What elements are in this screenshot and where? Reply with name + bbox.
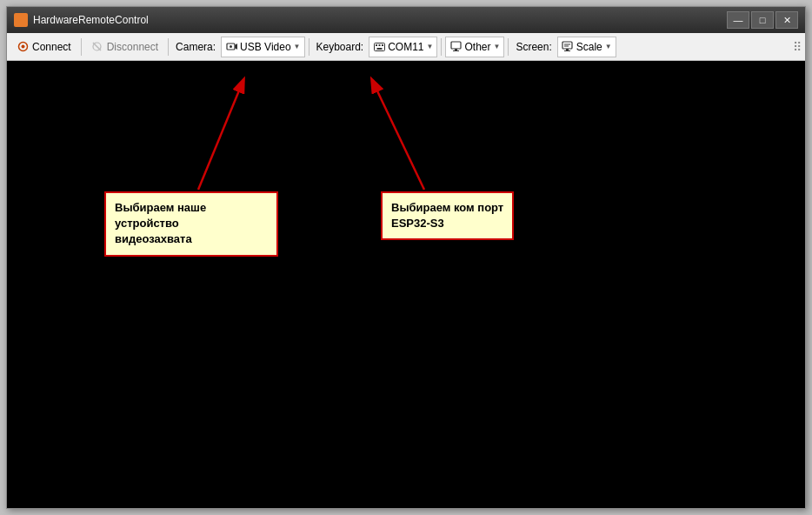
svg-rect-10: [382, 44, 383, 46]
keyboard-label: Keyboard:: [313, 41, 368, 53]
camera-icon: [225, 41, 237, 53]
annotation-2-line1: Выбираем ком порт: [391, 201, 503, 214]
sep-2: [168, 38, 169, 56]
annotation-2-line2: ESP32-S3: [391, 217, 444, 230]
arrows-overlay: [7, 61, 805, 508]
connect-label: Connect: [32, 41, 71, 53]
svg-line-22: [372, 80, 424, 190]
connect-icon: [17, 41, 29, 53]
disconnect-button[interactable]: Disconnect: [85, 37, 164, 57]
svg-rect-15: [562, 42, 572, 49]
sep-1: [81, 38, 82, 56]
scale-dropdown[interactable]: Scale ▼: [557, 37, 616, 57]
connect-button[interactable]: Connect: [10, 37, 77, 57]
svg-point-6: [230, 45, 232, 48]
camera-arrow: ▼: [294, 43, 301, 50]
annotation-1-line2: видеозахвата: [115, 232, 192, 245]
scale-icon: [562, 41, 574, 53]
keyboard-arrow: ▼: [427, 43, 434, 50]
svg-rect-12: [451, 42, 461, 49]
sep-5: [508, 38, 509, 56]
other-dropdown[interactable]: Other ▼: [445, 37, 504, 57]
keyboard-value: COM11: [388, 41, 423, 53]
toolbar: Connect Disconnect Camera:: [7, 33, 805, 61]
scale-value: Scale: [576, 41, 602, 53]
svg-line-21: [198, 80, 243, 190]
disconnect-label: Disconnect: [107, 41, 158, 53]
other-icon: [449, 41, 462, 53]
minimize-button[interactable]: —: [727, 11, 749, 29]
maximize-button[interactable]: □: [751, 11, 774, 29]
sep-4: [441, 38, 442, 56]
window-title: HardwareRemoteControl: [33, 14, 727, 26]
keyboard-dropdown[interactable]: COM11 ▼: [369, 37, 437, 57]
annotation-box-1: Выбираем наше устройство видеозахвата: [104, 191, 278, 257]
other-label: Other: [464, 41, 490, 53]
main-window: HardwareRemoteControl — □ ✕ Connect: [6, 6, 806, 509]
toolbar-gripper: ⠿: [793, 40, 802, 54]
svg-rect-11: [376, 48, 382, 50]
scale-arrow: ▼: [605, 43, 612, 50]
close-button[interactable]: ✕: [775, 11, 798, 29]
app-icon: [14, 13, 28, 27]
disconnect-icon: [91, 41, 103, 53]
main-content: Выбираем наше устройство видеозахвата Вы…: [7, 61, 805, 508]
screen-label: Screen:: [512, 41, 555, 53]
annotation-box-2: Выбираем ком порт ESP32-S3: [381, 191, 514, 240]
camera-value: USB Video: [240, 41, 290, 53]
title-bar: HardwareRemoteControl — □ ✕: [7, 7, 805, 33]
svg-rect-8: [376, 44, 377, 46]
svg-rect-13: [455, 49, 457, 50]
other-arrow: ▼: [493, 43, 500, 50]
keyboard-icon: [373, 41, 385, 53]
sep-3: [309, 38, 309, 56]
svg-point-1: [21, 45, 24, 49]
svg-rect-7: [374, 43, 384, 50]
annotation-1-line1: Выбираем наше устройство: [115, 201, 206, 230]
svg-rect-16: [566, 49, 569, 50]
camera-dropdown[interactable]: USB Video ▼: [221, 37, 304, 57]
svg-rect-9: [378, 44, 380, 46]
svg-rect-14: [453, 50, 459, 51]
svg-rect-17: [564, 50, 570, 51]
camera-label: Camera:: [172, 41, 219, 53]
window-controls: — □ ✕: [727, 11, 798, 29]
